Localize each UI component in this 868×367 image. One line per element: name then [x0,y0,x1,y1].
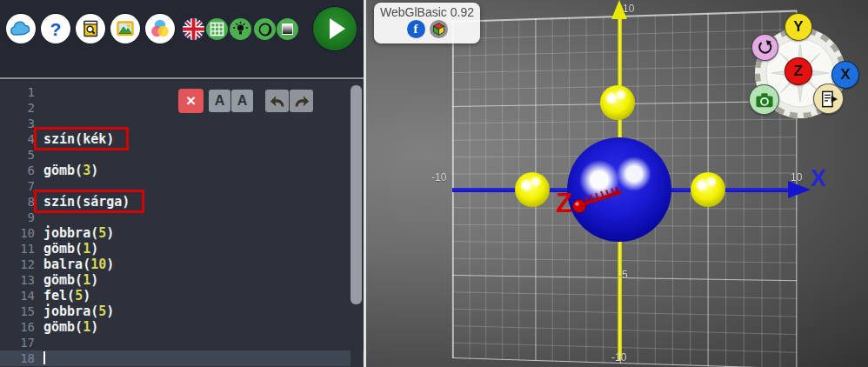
help-button[interactable]: ? [41,14,70,43]
code-line[interactable]: 16gömb(1) [0,319,364,335]
font-smaller-button[interactable]: A ˇ [209,90,230,112]
code-line[interactable]: 8szín(sárga) [0,194,364,210]
code-line[interactable]: 13gömb(1) [0,272,364,288]
editor-scrollbar[interactable] [351,81,363,367]
code-segment: ) [90,163,98,178]
axis-tick-label: -10 [611,351,626,364]
code-editor[interactable]: 1234szín(kék)56gömb(3)78szín(sárga)910jo… [0,81,364,367]
code-segment: 5 [98,225,106,241]
redo-button[interactable] [290,90,313,112]
text-cursor [43,351,45,364]
viewport-3d[interactable]: 10-10-5-1010 X Z WebGlBasic 0.92 f [365,0,868,367]
code-segment: 1 [83,272,90,288]
cube-logo-icon[interactable] [430,20,448,38]
code-line[interactable]: 5 [0,147,364,163]
code-line[interactable]: 11gömb(1) [0,241,364,257]
line-number: 14 [7,288,35,304]
code-text: szín(sárga) [43,194,130,210]
screenshot-button[interactable] [749,84,779,115]
redo-icon [293,93,310,109]
code-line[interactable]: 7 [0,178,364,194]
editor-toolbar: × A ˇ A ˆ [0,89,364,115]
app-title: WebGlBasic 0.92 [374,5,480,19]
x-axis-letter: X [811,165,826,192]
code-line[interactable]: 4szín(kék) [0,131,364,147]
code-line[interactable]: 12balra(10) [0,257,364,272]
document-arrow-icon [819,90,838,108]
webglbasic-app: ? [0,0,868,367]
panel-divider[interactable] [364,0,366,367]
view-y-button[interactable]: Y [785,13,812,41]
view-z-button[interactable]: Z [785,57,812,85]
line-number: 6 [7,163,35,178]
code-segment: jobbra( [43,225,98,241]
code-segment: gömb( [43,319,83,335]
line-number: 13 [7,272,35,288]
x-axis-arrow [788,181,811,198]
code-text: balra(10) [43,257,114,272]
code-segment: ) [106,257,114,272]
palette-button[interactable] [145,14,175,43]
code-segment: ) [90,272,98,288]
background-toggle-button[interactable] [277,18,298,40]
line-number: 3 [7,116,35,131]
font-bigger-button[interactable]: A ˆ [231,90,253,112]
code-segment: ) [83,288,90,304]
yellow-sphere [515,172,550,207]
gallery-button[interactable] [110,14,140,43]
code-segment: ) [106,225,114,241]
code-line[interactable]: 6gömb(3) [0,163,364,178]
code-segment: gömb( [43,241,83,257]
left-panel: ? [0,0,364,367]
export-code-button[interactable] [813,83,844,114]
language-button[interactable] [183,18,204,40]
color-palette-icon [149,17,171,40]
close-button[interactable]: × [178,89,204,113]
code-lines[interactable]: 1234szín(kék)56gömb(3)78szín(sárga)910jo… [0,84,364,366]
run-button[interactable] [313,7,357,50]
light-toggle-button[interactable] [230,18,251,40]
line-number: 18 [7,350,35,366]
camera-icon [755,91,774,109]
cloud-button[interactable] [6,14,36,43]
line-number: 4 [7,131,35,147]
grid-toggle-button[interactable] [206,18,228,40]
cloud-icon [10,20,32,37]
code-segment: szín(kék) [43,131,114,147]
scrollbar-thumb[interactable] [351,85,362,304]
reference-button[interactable] [76,14,105,43]
rotate-view-button[interactable] [751,34,778,61]
grid-icon [210,22,224,37]
code-segment: ) [106,304,114,319]
code-segment: ) [90,241,98,257]
facebook-icon[interactable]: f [407,20,425,38]
undo-icon [269,93,286,109]
code-line[interactable]: 9 [0,210,364,225]
code-line[interactable]: 15jobbra(5) [0,304,364,319]
axis-tick-label: 10 [791,171,802,184]
reference-book-icon [80,18,101,39]
code-line[interactable]: 10jobbra(5) [0,225,364,241]
code-segment: 10 [90,257,106,272]
undo-button[interactable] [265,90,289,112]
code-line[interactable]: 14fel(5) [0,288,364,304]
code-segment: jobbra( [43,304,98,319]
z-axis-letter: Z [556,188,572,219]
code-line[interactable]: 3 [0,116,364,131]
line-number: 10 [7,225,35,241]
blue-sphere [567,137,671,242]
gradient-square-icon [282,23,293,35]
rotate-icon [757,39,773,56]
line-number: 12 [7,257,35,272]
app-title-overlay: WebGlBasic 0.92 f [374,3,480,43]
code-line[interactable]: 18 [0,350,364,366]
code-line[interactable]: 17 [0,335,364,350]
code-text: jobbra(5) [43,304,114,319]
line-number: 7 [7,178,35,194]
circumflex-mark: ˆ [247,83,251,98]
line-number: 15 [7,304,35,319]
yellow-sphere [600,85,635,120]
axis-tick-label: -10 [431,171,446,184]
yellow-sphere [691,172,725,207]
shading-toggle-button[interactable] [254,18,276,40]
